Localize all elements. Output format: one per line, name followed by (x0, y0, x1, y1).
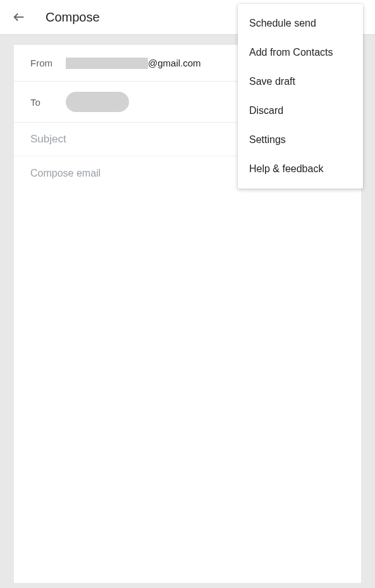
to-value (66, 92, 129, 112)
menu-settings[interactable]: Settings (238, 125, 363, 154)
back-button[interactable] (11, 9, 27, 25)
arrow-left-icon (12, 10, 26, 24)
menu-save-draft[interactable]: Save draft (238, 67, 363, 96)
menu-discard[interactable]: Discard (238, 96, 363, 125)
page-title: Compose (46, 10, 100, 25)
body-field-row (14, 156, 361, 435)
from-label: From (30, 58, 66, 68)
menu-help-feedback[interactable]: Help & feedback (238, 154, 363, 184)
overflow-menu: Schedule send Add from Contacts Save dra… (238, 4, 363, 189)
recipient-chip[interactable] (66, 92, 129, 112)
menu-add-from-contacts[interactable]: Add from Contacts (238, 38, 363, 67)
compose-body-input[interactable] (30, 168, 345, 421)
from-suffix: @gmail.com (148, 58, 201, 68)
menu-schedule-send[interactable]: Schedule send (238, 9, 363, 38)
to-label: To (30, 97, 66, 108)
from-redacted (66, 58, 148, 69)
from-value: @gmail.com (66, 58, 201, 69)
